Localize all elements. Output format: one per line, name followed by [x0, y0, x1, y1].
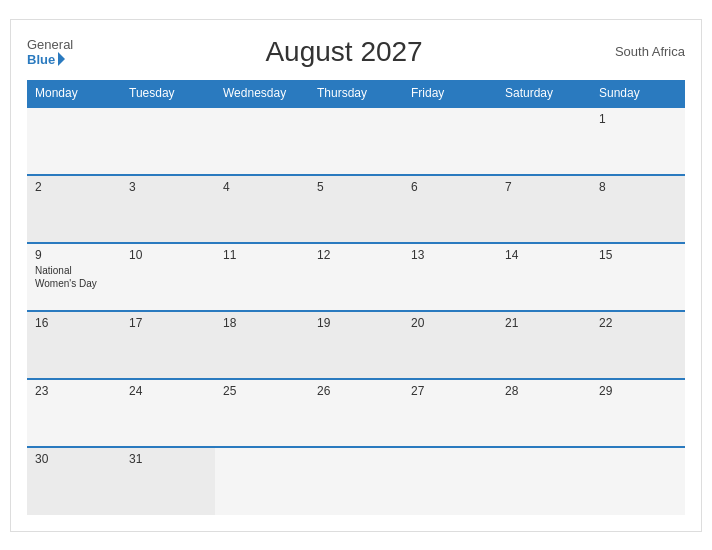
calendar-country: South Africa	[615, 44, 685, 59]
calendar-cell	[309, 107, 403, 175]
calendar-week-row: 2345678	[27, 175, 685, 243]
day-number: 21	[505, 316, 583, 330]
day-number: 19	[317, 316, 395, 330]
day-number: 3	[129, 180, 207, 194]
calendar-week-row: 16171819202122	[27, 311, 685, 379]
day-number: 18	[223, 316, 301, 330]
calendar-cell: 4	[215, 175, 309, 243]
calendar-cell: 8	[591, 175, 685, 243]
day-number: 8	[599, 180, 677, 194]
calendar-cell: 12	[309, 243, 403, 311]
calendar-cell: 5	[309, 175, 403, 243]
calendar-cell	[215, 107, 309, 175]
logo-triangle-icon	[58, 52, 65, 66]
calendar-cell	[27, 107, 121, 175]
logo: General Blue	[27, 37, 73, 67]
day-number: 7	[505, 180, 583, 194]
day-number: 13	[411, 248, 489, 262]
logo-blue-text: Blue	[27, 52, 55, 67]
calendar-cell: 3	[121, 175, 215, 243]
calendar-week-row: 3031	[27, 447, 685, 515]
calendar-cell: 25	[215, 379, 309, 447]
weekday-header-saturday: Saturday	[497, 80, 591, 107]
calendar-cell	[497, 107, 591, 175]
calendar-cell: 18	[215, 311, 309, 379]
calendar-cell	[403, 107, 497, 175]
day-number: 26	[317, 384, 395, 398]
day-number: 25	[223, 384, 301, 398]
weekday-header-tuesday: Tuesday	[121, 80, 215, 107]
calendar-week-row: 9National Women's Day101112131415	[27, 243, 685, 311]
day-number: 23	[35, 384, 113, 398]
calendar-cell: 7	[497, 175, 591, 243]
calendar-cell: 14	[497, 243, 591, 311]
calendar-cell: 10	[121, 243, 215, 311]
calendar-cell: 22	[591, 311, 685, 379]
holiday-label: National Women's Day	[35, 264, 113, 290]
calendar-cell	[497, 447, 591, 515]
day-number: 2	[35, 180, 113, 194]
day-number: 24	[129, 384, 207, 398]
calendar-cell: 30	[27, 447, 121, 515]
logo-general-text: General	[27, 37, 73, 52]
day-number: 12	[317, 248, 395, 262]
weekday-header-friday: Friday	[403, 80, 497, 107]
calendar-title: August 2027	[73, 36, 615, 68]
day-number: 20	[411, 316, 489, 330]
calendar-cell: 1	[591, 107, 685, 175]
calendar-cell: 20	[403, 311, 497, 379]
calendar-cell	[403, 447, 497, 515]
day-number: 30	[35, 452, 113, 466]
day-number: 15	[599, 248, 677, 262]
calendar-cell: 15	[591, 243, 685, 311]
day-number: 31	[129, 452, 207, 466]
calendar-cell	[215, 447, 309, 515]
day-number: 28	[505, 384, 583, 398]
calendar-cell: 29	[591, 379, 685, 447]
calendar-cell: 6	[403, 175, 497, 243]
calendar-container: General Blue August 2027 South Africa Mo…	[10, 19, 702, 532]
calendar-cell: 9National Women's Day	[27, 243, 121, 311]
calendar-cell: 17	[121, 311, 215, 379]
weekday-header-sunday: Sunday	[591, 80, 685, 107]
calendar-week-row: 23242526272829	[27, 379, 685, 447]
calendar-header: General Blue August 2027 South Africa	[27, 36, 685, 68]
day-number: 11	[223, 248, 301, 262]
calendar-cell	[309, 447, 403, 515]
day-number: 4	[223, 180, 301, 194]
day-number: 17	[129, 316, 207, 330]
calendar-cell: 21	[497, 311, 591, 379]
calendar-cell: 26	[309, 379, 403, 447]
day-number: 1	[599, 112, 677, 126]
calendar-cell: 27	[403, 379, 497, 447]
calendar-cell: 31	[121, 447, 215, 515]
day-number: 16	[35, 316, 113, 330]
calendar-grid: MondayTuesdayWednesdayThursdayFridaySatu…	[27, 80, 685, 515]
weekday-header-wednesday: Wednesday	[215, 80, 309, 107]
day-number: 27	[411, 384, 489, 398]
day-number: 5	[317, 180, 395, 194]
day-number: 10	[129, 248, 207, 262]
day-number: 22	[599, 316, 677, 330]
calendar-cell: 28	[497, 379, 591, 447]
calendar-cell: 11	[215, 243, 309, 311]
weekday-header-row: MondayTuesdayWednesdayThursdayFridaySatu…	[27, 80, 685, 107]
calendar-cell: 2	[27, 175, 121, 243]
weekday-header-thursday: Thursday	[309, 80, 403, 107]
day-number: 9	[35, 248, 113, 262]
calendar-cell: 19	[309, 311, 403, 379]
day-number: 14	[505, 248, 583, 262]
calendar-cell: 16	[27, 311, 121, 379]
calendar-week-row: 1	[27, 107, 685, 175]
calendar-cell	[121, 107, 215, 175]
calendar-cell	[591, 447, 685, 515]
day-number: 6	[411, 180, 489, 194]
weekday-header-monday: Monday	[27, 80, 121, 107]
calendar-cell: 13	[403, 243, 497, 311]
calendar-cell: 24	[121, 379, 215, 447]
day-number: 29	[599, 384, 677, 398]
calendar-cell: 23	[27, 379, 121, 447]
